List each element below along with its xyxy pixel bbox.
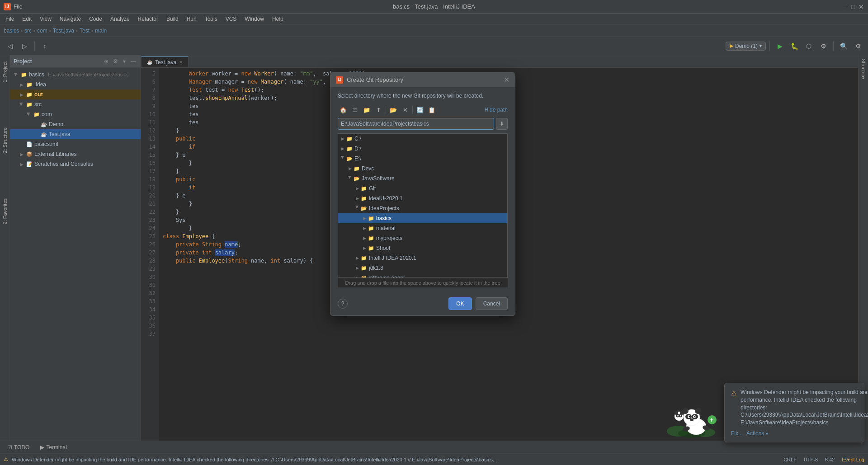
menu-vcs[interactable]: VCS [222, 15, 241, 23]
git-browse-btn[interactable]: ⬇ [496, 118, 508, 130]
svg-point-12 [694, 416, 696, 418]
breadcrumb-main[interactable]: main [95, 28, 107, 34]
menu-run[interactable]: Run [183, 15, 200, 23]
ft-git[interactable]: ▶ 📁 Git [338, 183, 507, 193]
project-panel-icons: ⊕ ⚙ ▾ — [103, 58, 137, 65]
menu-edit[interactable]: Edit [19, 15, 35, 23]
editor-tab-testjava[interactable]: ☕ Test.java ✕ [141, 56, 189, 67]
run-config-selector[interactable]: ▶ Demo (1) ▾ [726, 42, 766, 51]
breadcrumb-basics[interactable]: basics [4, 28, 19, 34]
bottom-tab-terminal[interactable]: ▶ Terminal [37, 443, 70, 451]
svg-point-23 [677, 415, 679, 417]
git-dialog-close-btn[interactable]: ✕ [504, 75, 509, 84]
toolbar-settings-btn[interactable]: ⚙ [852, 40, 864, 52]
git-dialog-description: Select directory where the new Git repos… [338, 93, 508, 99]
project-locate-icon[interactable]: ⊕ [103, 58, 110, 65]
toolbar-forward-btn[interactable]: ▷ [18, 40, 31, 52]
tree-iml[interactable]: ▶ 📄 basics.iml [10, 139, 141, 149]
toolbar-debug-btn[interactable]: 🐛 [788, 40, 801, 52]
title-bar-menu-file[interactable]: File [14, 4, 22, 10]
structure-tool-label[interactable]: 2: Structure [1, 125, 9, 156]
notification-fix-link[interactable]: Fix... [731, 430, 743, 437]
menu-code[interactable]: Code [85, 15, 106, 23]
favorites-tool-label[interactable]: 2: Favorites [1, 196, 9, 227]
dtb-home-btn[interactable]: 🏠 [338, 104, 349, 115]
event-log-label[interactable]: Event Log [842, 457, 864, 462]
dtb-new-folder-btn[interactable]: 📂 [388, 104, 399, 115]
minimize-button[interactable]: ─ [842, 4, 848, 10]
tree-scratches[interactable]: ▶ 📝 Scratches and Consoles [10, 159, 141, 169]
git-file-tree[interactable]: ▶ 📁 C:\ ▶ 📁 D:\ ▶ 📂 E:\ ▶ 📁 Devc [338, 133, 508, 278]
toolbar-find-btn[interactable]: 🔍 [837, 40, 850, 52]
dtb-refresh-btn[interactable]: 🔄 [415, 104, 425, 115]
ft-jdk18[interactable]: ▶ 📁 jdk1.8 [338, 263, 507, 273]
bottom-tab-todo[interactable]: ☑ TODO [4, 443, 33, 451]
menu-navigate[interactable]: Navigate [56, 15, 85, 23]
ft-jetbrains-agent[interactable]: ▶ 📁 jetbrains-agent [338, 273, 507, 278]
maximize-button[interactable]: □ [850, 4, 856, 10]
menu-window[interactable]: Window [241, 15, 268, 23]
dtb-delete-btn[interactable]: ✕ [400, 104, 410, 115]
menu-file[interactable]: File [2, 15, 18, 23]
breadcrumb-com[interactable]: com [37, 28, 47, 34]
run-config-label: Demo (1) [735, 43, 758, 49]
toolbar-back-btn[interactable]: ◁ [4, 40, 16, 52]
toolbar-sync-btn[interactable]: ↕ [38, 40, 51, 52]
dtb-copy-btn[interactable]: 📋 [426, 104, 437, 115]
menu-view[interactable]: View [36, 15, 55, 23]
ft-javasoftware[interactable]: ▶ 📂 JavaSoftware [338, 174, 507, 183]
tab-close-btn[interactable]: ✕ [179, 60, 183, 65]
ft-basics[interactable]: ▶ 📁 basics [338, 213, 507, 223]
tree-demo[interactable]: ▶ ☕ Demo [10, 119, 141, 129]
menu-refactor[interactable]: Refactor [134, 15, 162, 23]
ft-shoot[interactable]: ▶ 📁 Shoot [338, 243, 507, 253]
project-tool-label[interactable]: 1: Project [1, 59, 9, 85]
git-ok-btn[interactable]: OK [448, 297, 472, 310]
tree-src[interactable]: ▶ 📁 src [10, 99, 141, 109]
tree-out[interactable]: ▶ 📁 out [10, 89, 141, 99]
git-dialog-toolbar: 🏠 ☰ 📁 ⬆ 📂 ✕ 🔄 📋 Hide path [338, 104, 508, 115]
toolbar-coverage-btn[interactable]: ⬡ [802, 40, 815, 52]
tree-external-libs[interactable]: ▶ 📦 External Libraries [10, 149, 141, 159]
menu-build[interactable]: Build [163, 15, 182, 23]
ft-devc[interactable]: ▶ 📁 Devc [338, 164, 507, 174]
ft-myprojects[interactable]: ▶ 📁 myprojects [338, 233, 507, 243]
status-encoding[interactable]: UTF-8 [804, 457, 818, 462]
git-cancel-btn[interactable]: Cancel [476, 297, 508, 310]
breadcrumb-testjava[interactable]: Test.java [53, 28, 74, 34]
tree-root-basics[interactable]: ▶ 📁 basics E:\JavaSoftware\IdeaProjects\… [10, 70, 141, 80]
ft-e-drive[interactable]: ▶ 📂 E:\ [338, 154, 507, 164]
hide-path-button[interactable]: Hide path [485, 107, 508, 113]
breadcrumb-test[interactable]: Test [80, 28, 90, 34]
dtb-folder-btn[interactable]: 📁 [361, 104, 372, 115]
git-path-input[interactable] [338, 118, 494, 130]
ft-material[interactable]: ▶ 📁 material [338, 223, 507, 233]
structure-right-label[interactable]: Structure [860, 57, 867, 81]
breadcrumb-src[interactable]: src [24, 28, 32, 34]
tree-arrow: ▶ [14, 72, 19, 77]
project-expand-icon[interactable]: ▾ [121, 58, 128, 65]
ft-idealu[interactable]: ▶ 📁 idealU-2020.1 [338, 193, 507, 203]
notification-actions-link[interactable]: Actions ▾ [746, 430, 768, 437]
tree-com[interactable]: ▶ 📁 com [10, 109, 141, 119]
toolbar-run-btn[interactable]: ▶ [774, 40, 786, 52]
status-time: 6:42 [825, 457, 835, 462]
ft-intellij-idea[interactable]: ▶ 📁 IntelliJ IDEA 2020.1 [338, 253, 507, 263]
project-panel: Project ⊕ ⚙ ▾ — ▶ 📁 basics E:\JavaSoftwa… [10, 55, 141, 441]
project-settings-icon[interactable]: ⚙ [112, 58, 119, 65]
toolbar-more-btn[interactable]: ⚙ [817, 40, 830, 52]
dtb-up-btn[interactable]: ⬆ [373, 104, 384, 115]
close-button[interactable]: ✕ [858, 4, 864, 10]
menu-help[interactable]: Help [269, 15, 287, 23]
tree-idea[interactable]: ▶ 📁 .idea [10, 80, 141, 89]
status-line-sep[interactable]: CRLF [783, 457, 797, 462]
ft-ideaprojects[interactable]: ▶ 📂 IdeaProjects [338, 203, 507, 213]
tree-testjava[interactable]: ▶ ☕ Test.java [10, 129, 141, 139]
ft-d-drive[interactable]: ▶ 📁 D:\ [338, 144, 507, 154]
menu-analyze[interactable]: Analyze [107, 15, 133, 23]
dtb-list-btn[interactable]: ☰ [349, 104, 360, 115]
project-close-icon[interactable]: — [130, 58, 137, 65]
ft-c-drive[interactable]: ▶ 📁 C:\ [338, 134, 507, 144]
git-help-btn[interactable]: ? [338, 299, 348, 309]
menu-tools[interactable]: Tools [201, 15, 221, 23]
